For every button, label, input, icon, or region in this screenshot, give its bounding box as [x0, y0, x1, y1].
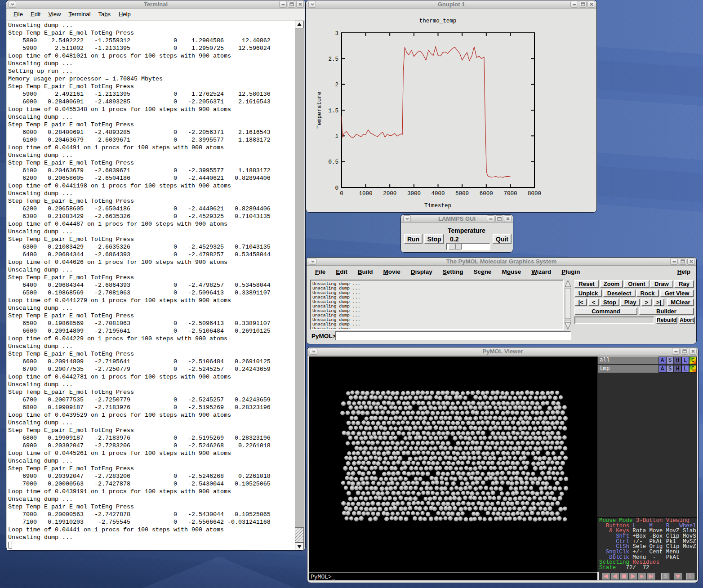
- svg-text:8000: 8000: [528, 191, 541, 197]
- svg-text:3: 3: [335, 31, 338, 37]
- svg-text:7000: 7000: [503, 191, 517, 197]
- svg-text:2000: 2000: [383, 191, 396, 197]
- svg-text:6000: 6000: [480, 191, 493, 197]
- svg-text:5000: 5000: [455, 191, 469, 197]
- svg-text:3000: 3000: [407, 191, 421, 197]
- svg-text:0: 0: [335, 185, 338, 192]
- svg-text:1: 1: [335, 134, 338, 140]
- svg-text:thermo_temp: thermo_temp: [419, 18, 457, 24]
- svg-text:1.5: 1.5: [328, 108, 338, 114]
- svg-text:Temperature: Temperature: [316, 92, 323, 129]
- svg-text:2.5: 2.5: [328, 56, 338, 62]
- svg-text:2: 2: [335, 82, 338, 88]
- svg-text:1000: 1000: [359, 191, 373, 197]
- svg-text:Timestep: Timestep: [424, 203, 451, 209]
- svg-text:4000: 4000: [431, 191, 445, 197]
- svg-text:0.5: 0.5: [328, 159, 338, 165]
- svg-text:0: 0: [340, 191, 343, 197]
